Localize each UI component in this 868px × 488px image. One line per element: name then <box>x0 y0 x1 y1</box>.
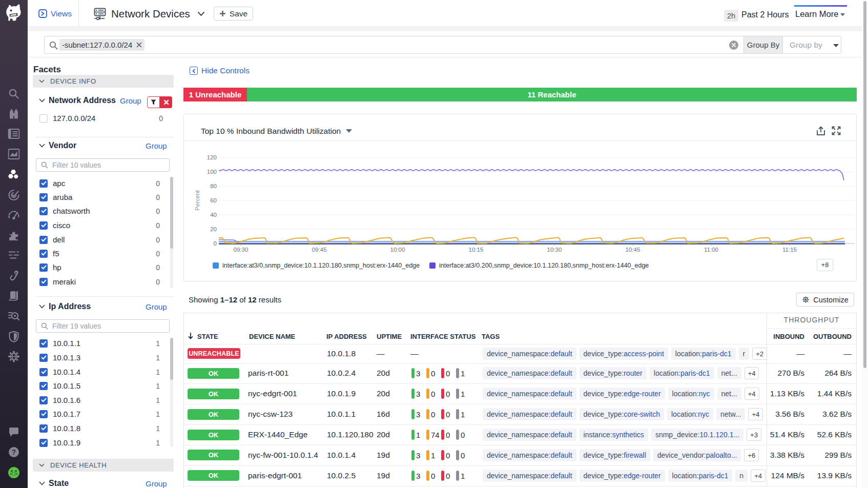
svg-text:09:30: 09:30 <box>234 247 249 253</box>
svg-text:40: 40 <box>210 212 217 218</box>
svg-text:120: 120 <box>207 154 217 160</box>
svg-text:Percent: Percent <box>194 190 200 210</box>
svg-text:09:45: 09:45 <box>312 247 327 253</box>
svg-text:0: 0 <box>214 240 217 247</box>
svg-text:60: 60 <box>210 197 217 204</box>
svg-text:11:00: 11:00 <box>704 247 718 253</box>
svg-text:10:30: 10:30 <box>547 247 562 253</box>
svg-text:100: 100 <box>207 169 217 175</box>
svg-text:80: 80 <box>210 183 217 189</box>
svg-text:10:45: 10:45 <box>626 247 640 253</box>
svg-text:10:00: 10:00 <box>390 247 405 253</box>
svg-text:20: 20 <box>210 226 217 232</box>
svg-text:?: ? <box>12 448 16 456</box>
svg-text:10:15: 10:15 <box>469 247 484 253</box>
svg-text:11:15: 11:15 <box>782 247 797 253</box>
